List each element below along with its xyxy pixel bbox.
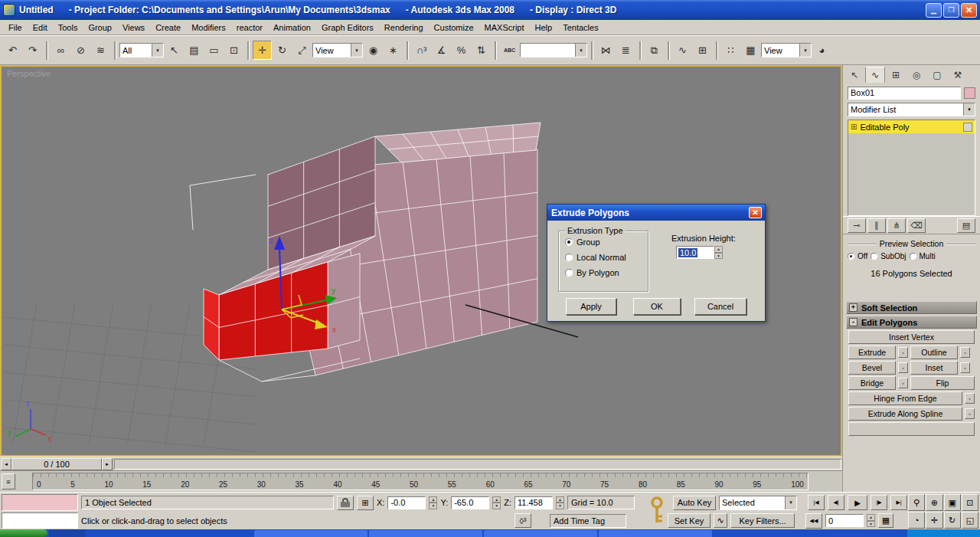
bridge-button[interactable]: Bridge — [848, 376, 896, 390]
set-key-icon[interactable] — [647, 496, 667, 526]
spinner-up-icon[interactable]: ▲ — [556, 496, 564, 503]
edit-polygons-partial-button[interactable] — [848, 422, 975, 436]
rectangular-selection-region-button[interactable]: ▭ — [204, 41, 224, 60]
redo-button[interactable]: ↷ — [23, 41, 42, 60]
cancel-button[interactable]: Cancel — [694, 298, 746, 315]
maxscript-mini-listener[interactable] — [2, 512, 78, 529]
menu-tentacles[interactable]: Tentacles — [557, 21, 603, 34]
reference-coordinate-combo[interactable]: View ▼ — [312, 43, 363, 57]
preview-multi-radio[interactable] — [910, 253, 916, 260]
zoom-extents-button[interactable]: ▣ — [944, 494, 961, 511]
taskbar-item[interactable] — [484, 530, 597, 537]
maximize-button[interactable]: ❐ — [943, 3, 959, 18]
minimize-button[interactable]: ▁ — [926, 3, 942, 18]
time-slider-right-arrow[interactable]: ▸ — [102, 458, 113, 470]
local-normal-radio[interactable] — [565, 254, 573, 261]
spinner-up-icon[interactable]: ▲ — [867, 514, 875, 521]
current-frame-field[interactable]: 0 — [825, 514, 864, 527]
window-crossing-button[interactable]: ⊡ — [224, 41, 243, 60]
tab-motion[interactable]: ◎ — [906, 67, 926, 83]
select-by-name-button[interactable]: ▤ — [185, 41, 204, 60]
maximize-viewport-toggle-button[interactable]: ◱ — [962, 512, 978, 529]
stack-item-editable-poly[interactable]: ⊞ Editable Poly — [848, 120, 975, 133]
dialog-close-button[interactable]: ✕ — [749, 207, 762, 218]
preview-off-radio[interactable] — [848, 253, 854, 260]
key-mode-toggle[interactable]: ∿ — [714, 513, 727, 528]
menu-rendering[interactable]: Rendering — [379, 21, 429, 34]
selection-set-combo[interactable]: Selected ▼ — [719, 496, 797, 510]
tab-hierarchy[interactable]: ⊞ — [886, 67, 906, 83]
inset-button[interactable]: Inset — [910, 361, 958, 375]
configure-modifier-sets-button[interactable]: ▤ — [957, 218, 975, 233]
group-radio[interactable] — [565, 238, 573, 246]
spinner-down-icon[interactable]: ▼ — [492, 503, 501, 509]
track-bar-ruler[interactable]: 0 5 10 15 20 25 30 35 40 45 50 55 60 65 — [32, 473, 808, 490]
start-button[interactable] — [0, 529, 47, 537]
object-name-input[interactable]: Box01 — [848, 87, 961, 100]
ok-button[interactable]: OK — [633, 298, 681, 315]
quick-launch-area[interactable] — [49, 529, 86, 537]
zoom-region-button[interactable]: ⊡ — [962, 494, 978, 511]
taskbar-item[interactable] — [369, 530, 482, 537]
remove-modifier-button[interactable]: ⌫ — [907, 218, 926, 233]
flip-button[interactable]: Flip — [910, 376, 975, 390]
y-spinner[interactable]: ▲▼ — [492, 496, 501, 509]
outline-button[interactable]: Outline — [910, 345, 958, 359]
spinner-up-icon[interactable]: ▲ — [714, 246, 723, 253]
menu-create[interactable]: Create — [150, 21, 186, 34]
add-time-tag-field[interactable]: Add Time Tag — [550, 514, 626, 528]
bridge-settings-button[interactable]: ▫ — [898, 378, 908, 388]
close-button[interactable]: ✕ — [961, 3, 977, 18]
rollout-edit-polygons[interactable]: - Edit Polygons — [846, 316, 977, 329]
render-preset-combo[interactable]: View ▼ — [761, 43, 812, 57]
menu-modifiers[interactable]: Modifiers — [186, 21, 231, 34]
dialog-title-bar[interactable]: Extrude Polygons — [547, 205, 765, 221]
go-to-start-button[interactable]: |◀ — [808, 495, 825, 510]
pin-stack-button[interactable]: ⊸ — [848, 218, 866, 233]
menu-group[interactable]: Group — [83, 21, 117, 34]
outline-settings-button[interactable]: ▫ — [960, 347, 970, 358]
curve-editor-button[interactable]: ∿ — [673, 41, 692, 60]
trackbar-toggle[interactable]: ▦ — [878, 513, 893, 528]
named-selection-sets-combo[interactable]: ▼ — [520, 43, 587, 57]
extrude-settings-button[interactable]: ▫ — [898, 347, 908, 358]
arc-rotate-button[interactable]: ↻ — [944, 512, 961, 529]
spinner-down-icon[interactable]: ▼ — [429, 503, 437, 509]
preview-subobj-radio[interactable] — [871, 253, 877, 260]
snaps-toggle-button[interactable]: ∩³ — [412, 41, 431, 60]
inset-settings-button[interactable]: ▫ — [960, 362, 970, 373]
time-slider-left-arrow[interactable]: ◂ — [1, 458, 11, 470]
tab-utilities[interactable]: ⚒ — [948, 67, 968, 83]
menu-tools[interactable]: Tools — [53, 21, 83, 34]
rewind-button[interactable]: ◀◀ — [805, 513, 822, 529]
x-spinner[interactable]: ▲▼ — [429, 496, 437, 509]
menu-graph-editors[interactable]: Graph Editors — [316, 21, 379, 34]
layer-manager-button[interactable]: ⧉ — [645, 41, 664, 60]
menu-reactor[interactable]: reactor — [231, 21, 268, 34]
select-and-link-button[interactable]: ∞ — [51, 41, 70, 60]
combo-arrow-icon[interactable]: ▼ — [799, 44, 811, 57]
extrusion-height-spinner[interactable]: ▲▼ — [714, 246, 723, 259]
combo-arrow-icon[interactable]: ▼ — [785, 496, 796, 509]
menu-animation[interactable]: Animation — [268, 21, 316, 34]
play-animation-button[interactable]: ▶ — [848, 495, 867, 510]
menu-maxscript[interactable]: MAXScript — [479, 21, 530, 34]
y-coordinate-field[interactable]: -65.0 — [451, 496, 489, 509]
spinner-up-icon[interactable]: ▲ — [492, 496, 501, 503]
menu-customize[interactable]: Customize — [429, 21, 479, 34]
stack-item-toggle[interactable] — [963, 123, 972, 132]
select-and-move-button[interactable]: ✛ — [253, 41, 272, 60]
go-to-end-button[interactable]: ▶| — [890, 495, 907, 510]
undo-button[interactable]: ↶ — [3, 41, 22, 60]
combo-arrow-icon[interactable]: ▼ — [351, 44, 362, 57]
use-pivot-point-center-button[interactable]: ◉ — [364, 41, 383, 60]
unlink-selection-button[interactable]: ⊘ — [71, 41, 90, 60]
key-filters-button[interactable]: Key Filters... — [730, 513, 795, 528]
angle-snap-toggle-button[interactable]: ∡ — [432, 41, 451, 60]
menu-edit[interactable]: Edit — [28, 21, 53, 34]
extrude-along-spline-settings-button[interactable]: ▫ — [965, 408, 975, 419]
absolute-offset-toggle[interactable]: ⊞ — [357, 496, 374, 510]
previous-frame-button[interactable]: ◀| — [828, 495, 844, 510]
next-frame-button[interactable]: |▶ — [871, 495, 887, 510]
windows-taskbar[interactable] — [0, 529, 980, 537]
